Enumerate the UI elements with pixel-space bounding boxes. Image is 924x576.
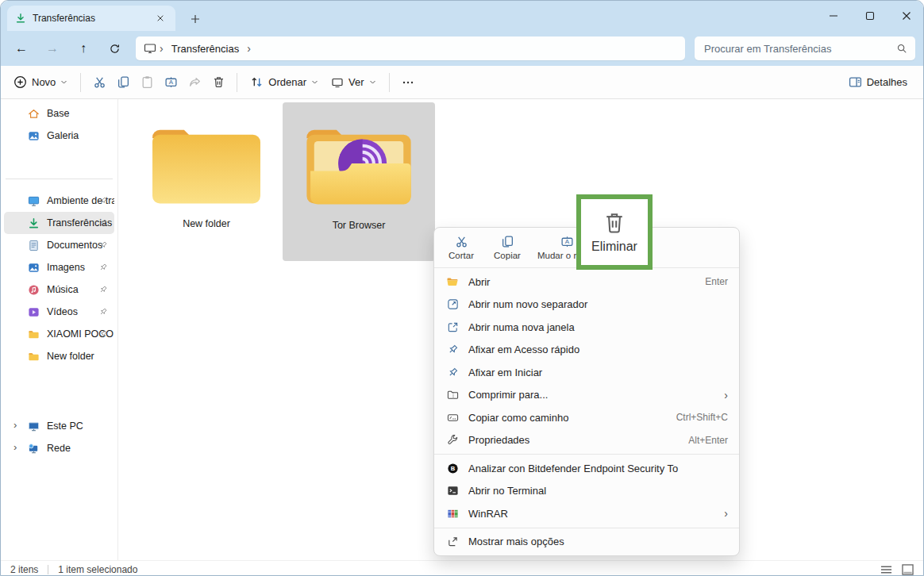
file-explorer-window: Transferências ← → ↑	[0, 0, 924, 576]
annotation-highlight-eliminar[interactable]: Eliminar	[576, 194, 653, 270]
file-tile-tor-browser[interactable]: Tor Browser	[283, 102, 435, 261]
search-input[interactable]	[703, 42, 896, 56]
menu-item-abrir[interactable]: Abrir Enter	[434, 271, 739, 294]
up-button[interactable]: ↑	[73, 38, 94, 59]
menu-item-shortcut: Ctrl+Shift+C	[676, 412, 728, 423]
cut-menu-button[interactable]: Cortar	[445, 235, 477, 260]
forward-button[interactable]: →	[42, 38, 63, 59]
menu-item-label: Copiar como caminho	[468, 412, 670, 424]
folder-icon	[28, 328, 40, 340]
menu-item-abrir-terminal[interactable]: Abrir no Terminal	[434, 480, 739, 503]
menu-item-label: Propriedades	[468, 434, 682, 446]
menu-item-shortcut: Enter	[705, 276, 728, 287]
address-bar[interactable]: › Transferências ›	[136, 36, 685, 60]
sidebar-item-label: New folder	[47, 351, 94, 362]
sidebar-item-musica[interactable]: Música	[4, 278, 114, 301]
thumbnail-view-icon[interactable]	[902, 564, 914, 575]
menu-item-label: Abrir num novo separador	[468, 298, 728, 310]
chevron-down-icon	[60, 79, 67, 86]
menu-item-winrar[interactable]: WinRAR ›	[434, 502, 739, 525]
svg-text:B: B	[450, 465, 455, 472]
sidebar-item-documentos[interactable]: Documentos	[4, 234, 114, 256]
new-button[interactable]: Novo	[7, 71, 74, 94]
toolbar-separator	[389, 73, 390, 92]
status-bar: 2 itens 1 item selecionado	[1, 560, 924, 576]
svg-text:A: A	[169, 79, 174, 86]
sidebar-item-ambiente-de-trabalho[interactable]: Ambiente de tra	[4, 190, 114, 212]
more-options-button[interactable]	[396, 71, 420, 94]
menu-item-bitdefender[interactable]: B Analizar con Bitdefender Endpoint Secu…	[434, 457, 739, 480]
search-box[interactable]	[695, 36, 915, 60]
pin-icon	[98, 285, 108, 294]
pictures-icon	[28, 262, 40, 274]
menu-item-abrir-nova-janela[interactable]: Abrir numa nova janela	[434, 316, 739, 339]
menu-item-mostrar-mais-opcoes[interactable]: Mostrar mais opções	[434, 531, 739, 554]
sidebar-item-imagens[interactable]: Imagens	[4, 256, 114, 278]
file-tile-new-folder[interactable]: New folder	[130, 104, 283, 263]
sidebar-item-rede[interactable]: › Rede	[4, 437, 114, 459]
details-pane-button[interactable]: Detalhes	[842, 71, 914, 94]
zip-folder-icon	[445, 389, 460, 401]
sidebar-item-este-pc[interactable]: › Este PC	[4, 415, 114, 437]
rename-button[interactable]: A	[159, 71, 183, 94]
menu-item-label: Comprimir para...	[468, 389, 718, 401]
quick-action-label: Copiar	[494, 251, 521, 260]
menu-item-propriedades[interactable]: Propriedades Alt+Enter	[434, 429, 739, 452]
back-button[interactable]: ←	[11, 38, 32, 59]
sidebar-item-label: Vídeos	[47, 306, 78, 317]
refresh-button[interactable]	[104, 38, 125, 59]
tab-transferencias[interactable]: Transferências	[7, 6, 175, 31]
tree-expand-chevron-icon[interactable]: ›	[13, 419, 17, 431]
menu-item-label: Abrir no Terminal	[468, 485, 728, 497]
close-button[interactable]	[888, 1, 924, 31]
sidebar-item-transferencias[interactable]: Transferências	[4, 212, 114, 234]
home-icon	[28, 108, 40, 120]
breadcrumb-segment[interactable]: Transferências	[171, 43, 240, 55]
new-tab-button[interactable]	[187, 10, 204, 28]
menu-item-abrir-novo-separador[interactable]: Abrir num novo separador	[434, 294, 739, 317]
breadcrumb-chevron-icon[interactable]: ›	[247, 42, 251, 55]
sidebar-item-label: Música	[47, 284, 79, 295]
sidebar-item-label: Documentos	[47, 240, 102, 251]
list-view-icon[interactable]	[880, 565, 892, 574]
submenu-chevron-icon: ›	[724, 389, 728, 401]
sidebar-item-galeria[interactable]: Galeria	[4, 125, 114, 147]
navigation-pane: Base Galeria Ambiente de tra Transferênc…	[1, 99, 118, 560]
pin-icon	[98, 218, 108, 228]
sidebar-item-xiaomi-poco[interactable]: XIAOMI POCO F	[4, 323, 114, 345]
menu-item-afixar-iniciar[interactable]: Afixar em Iniciar	[434, 361, 739, 384]
menu-item-shortcut: Alt+Enter	[688, 435, 728, 446]
tab-close-icon[interactable]	[153, 11, 167, 25]
menu-separator	[434, 528, 739, 528]
maximize-button[interactable]	[852, 1, 888, 31]
sidebar-item-new-folder[interactable]: New folder	[4, 345, 114, 367]
sidebar-item-base[interactable]: Base	[4, 102, 114, 125]
menu-item-copiar-como-caminho[interactable]: Copiar como caminho Ctrl+Shift+C	[434, 406, 739, 429]
minimize-button[interactable]	[815, 1, 852, 31]
rename-icon: A	[560, 235, 574, 248]
item-count: 2 itens	[10, 564, 38, 575]
music-icon	[28, 284, 40, 296]
file-name: New folder	[183, 218, 230, 229]
delete-button[interactable]	[206, 71, 230, 94]
menu-item-comprimir-para[interactable]: Comprimir para... ›	[434, 384, 739, 407]
command-toolbar: Novo A Ordenar Ver	[1, 66, 924, 99]
tree-expand-chevron-icon[interactable]: ›	[13, 441, 17, 453]
winrar-icon	[445, 508, 460, 520]
paste-button[interactable]	[135, 71, 159, 94]
document-icon	[28, 240, 40, 252]
file-name: Tor Browser	[333, 220, 386, 231]
copy-button[interactable]	[111, 71, 135, 94]
new-button-label: Novo	[32, 76, 56, 88]
toolbar-separator	[80, 73, 81, 92]
menu-item-afixar-acesso-rapido[interactable]: Afixar em Acesso rápido	[434, 339, 739, 362]
cut-button[interactable]	[87, 71, 111, 94]
sidebar-spacer	[1, 367, 117, 415]
view-button[interactable]: Ver	[325, 71, 383, 94]
menu-item-label: WinRAR	[468, 508, 718, 520]
share-button[interactable]	[183, 71, 206, 94]
copy-menu-button[interactable]: Copiar	[491, 235, 523, 260]
sort-button[interactable]: Ordenar	[244, 71, 325, 94]
open-new-tab-icon	[445, 298, 460, 310]
sidebar-item-videos[interactable]: Vídeos	[4, 301, 114, 323]
